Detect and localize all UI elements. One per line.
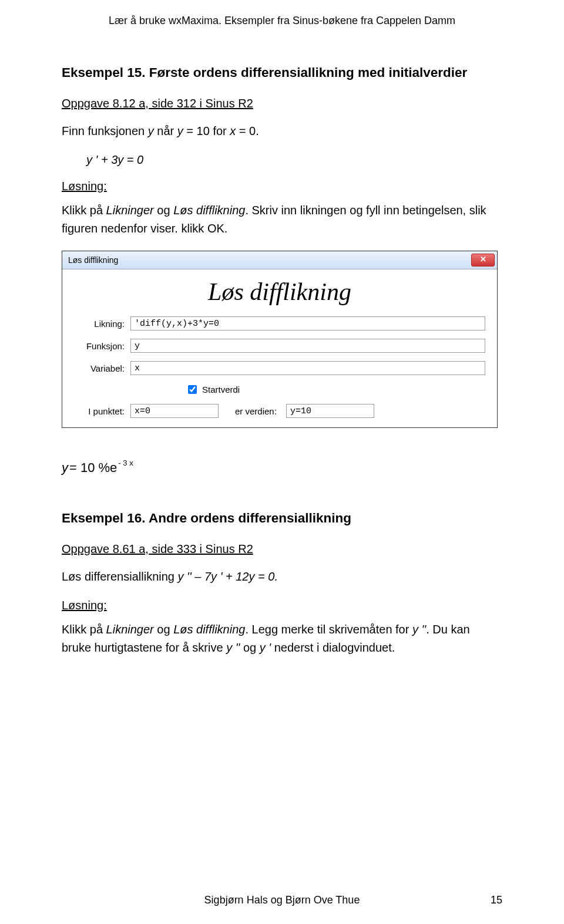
example-16-title: Eksempel 16. Andre ordens differensialli… (62, 511, 502, 526)
row-variabel: Variabel: (74, 361, 485, 375)
label-likning: Likning: (74, 319, 125, 329)
page-footer: Sigbjørn Hals og Bjørn Ove Thue 15 (0, 894, 564, 906)
dialog-titlebar-text: Løs difflikning (68, 255, 118, 265)
text: Klikk på Likninger og Løs difflikning. S… (62, 204, 486, 235)
example-15-oppgave: Oppgave 8.12 a, side 312 i Sinus R2 (62, 97, 502, 110)
example-15-title: Eksempel 15. Første ordens differensiall… (62, 65, 502, 80)
losning-label: Løsning: (62, 180, 502, 193)
row-startverdi: Startverdi (186, 383, 485, 396)
text: Løs differensiallikning (62, 570, 178, 583)
example-15-equation: y ' + 3y = 0 (86, 153, 502, 167)
dialog-body: Løs difflikning Likning: Funksjon: Varia… (62, 269, 497, 427)
running-header: Lær å bruke wxMaxima. Eksempler fra Sinu… (62, 15, 502, 27)
page-number: 15 (491, 894, 502, 906)
result-body: = 10 %e (69, 460, 117, 476)
los-difflikning-dialog: Løs difflikning ✕ Løs difflikning Liknin… (62, 251, 498, 428)
text: Finn funksjonen (62, 124, 148, 137)
equation: y '' – 7y ' + 12y = 0. (178, 570, 278, 583)
example-15-problem: Finn funksjonen y når y = 10 for x = 0. (62, 122, 502, 140)
var-y: y (177, 124, 183, 137)
label-erverdien: er verdien: (224, 406, 280, 416)
dialog-titlebar: Løs difflikning ✕ (62, 251, 497, 269)
input-erverdien[interactable] (286, 404, 374, 418)
text: når (154, 124, 177, 137)
example-16-problem: Løs differensiallikning y '' – 7y ' + 12… (62, 568, 502, 586)
footer-authors: Sigbjørn Hals og Bjørn Ove Thue (204, 894, 360, 906)
example-16-oppgave: Oppgave 8.61 a, side 333 i Sinus R2 (62, 542, 502, 556)
var-x: x (230, 124, 236, 137)
losning-label-16: Løsning: (62, 599, 502, 612)
label-variabel: Variabel: (74, 363, 125, 373)
result-expression: y = 10 %e - 3 x (62, 460, 502, 476)
label-funksjon: Funksjon: (74, 341, 125, 351)
input-ipunkt[interactable] (130, 404, 219, 418)
result-y: y (62, 460, 68, 476)
checkbox-startverdi[interactable] (188, 385, 197, 394)
row-funksjon: Funksjon: (74, 339, 485, 353)
label-startverdi: Startverdi (202, 385, 240, 394)
row-likning: Likning: (74, 316, 485, 331)
row-ipunkt: I punktet: er verdien: (74, 404, 485, 418)
example-15-solution-text: Klikk på Likninger og Løs difflikning. S… (62, 201, 502, 238)
input-funksjon[interactable] (130, 339, 485, 353)
text: = 0. (236, 124, 258, 137)
dialog-heading: Løs difflikning (74, 278, 485, 306)
label-ipunkt: I punktet: (74, 406, 125, 416)
input-variabel[interactable] (130, 361, 485, 375)
text: = 10 for (183, 124, 230, 137)
text: Klikk på Likninger og Løs difflikning. L… (62, 623, 470, 654)
example-16-solution-text: Klikk på Likninger og Løs difflikning. L… (62, 621, 502, 657)
input-likning[interactable] (130, 316, 485, 331)
result-exponent: - 3 x (118, 458, 133, 467)
var-y: y (148, 124, 154, 137)
close-button[interactable]: ✕ (471, 254, 495, 267)
